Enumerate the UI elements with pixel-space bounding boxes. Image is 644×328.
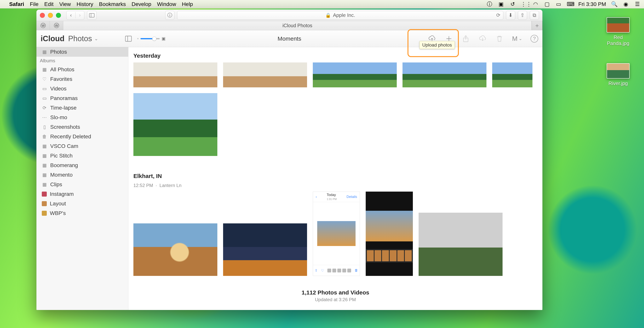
fullscreen-window-button[interactable]	[56, 13, 61, 18]
pinned-tab-wordpress[interactable]: ⓦ	[36, 21, 50, 30]
sidebar-item-videos[interactable]: ▭Videos	[36, 84, 128, 93]
sidebar-item-wbps[interactable]: WBP's	[36, 208, 128, 218]
menubar-spotlight-icon[interactable]: 🔍	[611, 1, 618, 7]
sidebar-item-vsco[interactable]: ▦VSCO Cam	[36, 141, 128, 151]
privacy-report-button[interactable]: ⓘ	[165, 11, 174, 20]
help-button[interactable]: ?	[530, 35, 538, 42]
photo-thumbnail-ipad-screenshot[interactable]: ‹ Today1:31 PM Details ⇧♡ 🗑	[313, 192, 360, 276]
menubar-clock[interactable]: Fri 3:30 PM	[578, 1, 606, 7]
album-icon: ▦	[42, 153, 47, 158]
photo-thumbnail-iphone-screenshot[interactable]	[366, 192, 413, 276]
yesterday-row-1	[128, 62, 542, 87]
sidebar-item-screenshots[interactable]: ▯Screenshots	[36, 122, 128, 132]
sidebar-item-recently-deleted[interactable]: 🗑Recently Deleted	[36, 132, 128, 141]
address-host: Apple Inc.	[333, 12, 355, 18]
sidebar-item-photos[interactable]: ▦ Photos	[36, 47, 128, 57]
menu-file[interactable]: File	[30, 1, 38, 7]
zoom-knob[interactable]	[152, 36, 156, 41]
iphone-inner-photo	[366, 211, 413, 241]
sidebar-item-label: Momento	[50, 172, 73, 178]
menu-window[interactable]: Window	[157, 1, 176, 7]
minimize-window-button[interactable]	[48, 13, 53, 18]
menu-bookmarks[interactable]: Bookmarks	[99, 1, 126, 7]
menu-develop[interactable]: Develop	[132, 1, 152, 7]
new-tab-button[interactable]: ＋	[532, 21, 542, 30]
pinned-tab-wordpress-2[interactable]: ⓦ	[50, 21, 63, 30]
reload-icon[interactable]: ⟳	[496, 12, 500, 18]
photos-content[interactable]: Yesterday Elkhart, IN 12:52 PM · Lantern…	[128, 47, 542, 310]
address-bar[interactable]: 🔒 Apple Inc. ⟳	[177, 11, 503, 20]
zoom-track[interactable]	[140, 38, 160, 39]
svg-rect-2	[125, 36, 132, 41]
menubar-bluetooth-icon[interactable]: ⋮⋮	[521, 1, 527, 7]
share-button[interactable]: ⇧	[518, 11, 527, 20]
sidebar-item-all-photos[interactable]: ▦All Photos	[36, 65, 128, 74]
photo-thumbnail[interactable]	[223, 62, 307, 87]
sidebar-layout-toggle[interactable]	[124, 34, 133, 43]
photos-sidebar: ▦ Photos Albums ▦All Photos ♡Favorites ▭…	[36, 47, 128, 310]
menubar-textinput-icon[interactable]: ⌨	[567, 1, 573, 7]
menubar-airplay-icon[interactable]: ▢	[544, 1, 550, 7]
sidebar-item-label: Recently Deleted	[50, 134, 91, 140]
back-button[interactable]: ‹	[66, 12, 75, 18]
sidebar-item-slomo[interactable]: ⋯Slo-mo	[36, 113, 128, 122]
menubar-accessibility-icon[interactable]: ⓘ	[486, 0, 493, 8]
show-tabs-button[interactable]: ⧉	[530, 11, 539, 20]
sidebar-item-favorites[interactable]: ♡Favorites	[36, 74, 128, 84]
menubar-timemachine-icon[interactable]: ↺	[509, 1, 516, 7]
sidebar-item-label: Slo-mo	[50, 114, 67, 120]
sidebar-item-layout[interactable]: Layout	[36, 199, 128, 208]
section-yesterday-title: Yesterday	[128, 47, 542, 62]
tab-icloud-photos[interactable]: iCloud Photos	[63, 21, 532, 30]
sidebar-item-label: Clips	[50, 181, 62, 188]
desktop-file-river[interactable]: River.jpg	[606, 63, 630, 87]
sidebar-item-picstitch[interactable]: ▦Pic Stitch	[36, 151, 128, 161]
close-window-button[interactable]	[40, 13, 45, 18]
section-elkhart-subtitle: 12:52 PM · Lantern Ln	[128, 183, 542, 192]
chevron-down-icon: ⌄	[519, 36, 522, 41]
album-color-icon	[42, 211, 47, 216]
zoom-out-icon: ▫	[137, 36, 138, 41]
forward-button[interactable]: ›	[75, 12, 84, 18]
photo-thumbnail[interactable]	[313, 62, 397, 87]
sidebar-item-timelapse[interactable]: ⟳Time-lapse	[36, 103, 128, 113]
thumbnail-zoom-slider[interactable]: ▫ ▣	[137, 36, 166, 41]
icloud-brand-dropdown[interactable]: iCloud Photos ⌄	[41, 34, 98, 43]
library-count: 1,112 Photos and Videos	[128, 289, 542, 296]
sidebar-toggle-button[interactable]	[87, 11, 96, 20]
photo-thumbnail[interactable]	[134, 62, 217, 87]
menubar-wifi-icon[interactable]: ◠	[532, 1, 539, 7]
downloads-button[interactable]: ⬇	[506, 11, 515, 20]
photo-thumbnail[interactable]	[418, 213, 502, 276]
sidebar-item-clips[interactable]: ▦Clips	[36, 180, 128, 189]
menubar-app-name[interactable]: Safari	[9, 1, 24, 7]
account-menu[interactable]: M ⌄	[512, 35, 522, 42]
menu-help[interactable]: Help	[182, 1, 193, 7]
menubar-battery-icon[interactable]: ▭	[555, 1, 562, 7]
menubar-1password-icon[interactable]: ▣	[498, 1, 504, 7]
photo-thumbnail[interactable]	[492, 62, 532, 87]
sidebar-item-label: Pic Stitch	[50, 153, 73, 159]
safari-window: ‹ › ⓘ 🔒 Apple Inc. ⟳ ⬇ ⇧ ⧉ ⓦ ⓦ	[36, 9, 542, 310]
photo-thumbnail[interactable]	[134, 93, 217, 156]
sidebar-item-boomerang[interactable]: ▦Boomerang	[36, 161, 128, 170]
sidebar-item-label: Instagram	[50, 191, 74, 197]
menubar-siri-icon[interactable]: ◉	[622, 1, 629, 7]
photo-thumbnail[interactable]	[223, 223, 307, 276]
photo-thumbnail[interactable]	[134, 223, 217, 276]
album-icon: ▦	[42, 163, 47, 168]
sidebar-item-label: Videos	[50, 86, 66, 92]
sidebar-item-instagram[interactable]: Instagram	[36, 189, 128, 199]
sidebar-item-label: WBP's	[50, 210, 66, 216]
menu-edit[interactable]: Edit	[44, 1, 54, 7]
album-icon: ▦	[42, 143, 47, 149]
desktop-file-red-panda[interactable]: Red Panda.jpg	[606, 17, 630, 47]
trash-icon	[496, 35, 503, 42]
sidebar-item-momento[interactable]: ▦Momento	[36, 170, 128, 180]
menubar-notifications-icon[interactable]: ☰	[634, 1, 640, 7]
menu-view[interactable]: View	[59, 1, 71, 7]
sidebar-item-panoramas[interactable]: ▭Panoramas	[36, 93, 128, 103]
menu-history[interactable]: History	[76, 1, 93, 7]
album-icon: ▦	[42, 172, 47, 178]
photo-thumbnail[interactable]	[402, 62, 486, 87]
